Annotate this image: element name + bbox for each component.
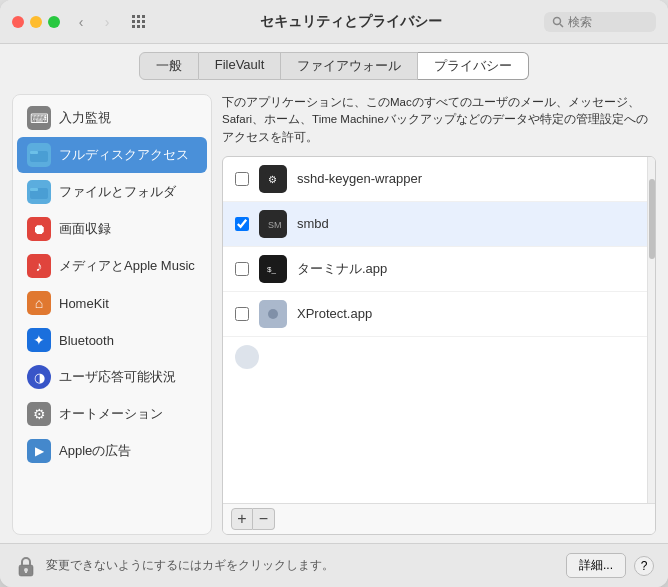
app-checkbox-xprotect[interactable]	[235, 307, 249, 321]
table-row: ⚙ sshd-keygen-wrapper	[223, 157, 647, 202]
svg-text:$_: $_	[267, 265, 276, 274]
svg-rect-7	[137, 25, 140, 28]
app-checkbox-terminal[interactable]	[235, 262, 249, 276]
homekit-icon: ⌂	[27, 291, 51, 315]
app-grid-icon[interactable]	[128, 11, 150, 33]
sidebar-item-user-availability[interactable]: ◑ ユーザ応答可能状況	[17, 359, 207, 395]
table-row: XProtect.app	[223, 292, 647, 337]
svg-point-9	[554, 17, 561, 24]
svg-rect-6	[132, 25, 135, 28]
svg-text:⚙: ⚙	[268, 174, 277, 185]
scrollbar-track[interactable]	[647, 157, 655, 503]
sidebar: ⌨ 入力監視 フルディスクアクセス	[12, 94, 212, 535]
bottom-bar: 変更できないようにするにはカギをクリックします。 詳細... ?	[0, 543, 668, 587]
svg-point-22	[268, 309, 278, 319]
ads-icon: ▶	[27, 439, 51, 463]
lock-icon[interactable]	[14, 554, 38, 578]
automation-icon: ⚙	[27, 402, 51, 426]
sidebar-item-label: Bluetooth	[59, 333, 114, 348]
sidebar-item-input-monitoring[interactable]: ⌨ 入力監視	[17, 100, 207, 136]
main-content: ⌨ 入力監視 フルディスクアクセス	[0, 86, 668, 543]
titlebar: ‹ › セキュリティとプライバシー	[0, 0, 668, 44]
forward-button[interactable]: ›	[96, 11, 118, 33]
availability-icon: ◑	[27, 365, 51, 389]
svg-rect-3	[132, 20, 135, 23]
add-app-button[interactable]: +	[231, 508, 253, 530]
app-icon-terminal: $_	[259, 255, 287, 283]
sidebar-item-label: HomeKit	[59, 296, 109, 311]
search-box[interactable]	[544, 12, 656, 32]
tab-general[interactable]: 一般	[139, 52, 199, 80]
svg-text:SMB: SMB	[268, 220, 281, 230]
description-text: 下のアプリケーションに、このMacのすべてのユーザのメール、メッセージ、Safa…	[222, 94, 656, 146]
svg-rect-0	[132, 15, 135, 18]
remove-app-button[interactable]: −	[253, 508, 275, 530]
sidebar-item-apple-ads[interactable]: ▶ Appleの広告	[17, 433, 207, 469]
app-name-xprotect: XProtect.app	[297, 306, 372, 321]
files-icon	[27, 180, 51, 204]
sidebar-item-label: フルディスクアクセス	[59, 146, 189, 164]
tabs-bar: 一般 FileVault ファイアウォール プライバシー	[0, 44, 668, 86]
right-panel: 下のアプリケーションに、このMacのすべてのユーザのメール、メッセージ、Safa…	[222, 94, 656, 535]
app-icon-xprotect	[259, 300, 287, 328]
app-icon-sshd: ⚙	[259, 165, 287, 193]
nav-buttons: ‹ ›	[70, 11, 118, 33]
tab-firewall[interactable]: ファイアウォール	[281, 52, 418, 80]
sidebar-item-files-folders[interactable]: ファイルとフォルダ	[17, 174, 207, 210]
fullscreen-button[interactable]	[48, 16, 60, 28]
partial-row	[223, 337, 647, 377]
tab-filevault[interactable]: FileVault	[199, 52, 282, 80]
svg-line-10	[560, 24, 563, 27]
folder-icon	[27, 143, 51, 167]
svg-rect-25	[25, 570, 27, 573]
sidebar-item-label: メディアとApple Music	[59, 257, 195, 275]
sidebar-item-screen-recording[interactable]: ⏺ 画面収録	[17, 211, 207, 247]
table-row: SMB smbd	[223, 202, 647, 247]
sidebar-item-media-music[interactable]: ♪ メディアとApple Music	[17, 248, 207, 284]
detail-button[interactable]: 詳細...	[566, 553, 626, 578]
app-name-smbd: smbd	[297, 216, 329, 231]
app-name-sshd: sshd-keygen-wrapper	[297, 171, 422, 186]
traffic-lights	[12, 16, 60, 28]
app-checkbox-smbd[interactable]	[235, 217, 249, 231]
window-title: セキュリティとプライバシー	[158, 13, 544, 31]
svg-rect-12	[30, 151, 38, 154]
svg-rect-8	[142, 25, 145, 28]
app-checkbox-sshd[interactable]	[235, 172, 249, 186]
lock-description: 変更できないようにするにはカギをクリックします。	[46, 557, 558, 574]
minimize-button[interactable]	[30, 16, 42, 28]
search-icon	[552, 16, 564, 28]
app-icon-smbd: SMB	[259, 210, 287, 238]
svg-rect-1	[137, 15, 140, 18]
svg-rect-4	[137, 20, 140, 23]
table-row: $_ ターミナル.app	[223, 247, 647, 292]
sidebar-item-label: オートメーション	[59, 405, 163, 423]
svg-rect-2	[142, 15, 145, 18]
close-button[interactable]	[12, 16, 24, 28]
sidebar-item-full-disk[interactable]: フルディスクアクセス	[17, 137, 207, 173]
help-button[interactable]: ?	[634, 556, 654, 576]
sidebar-item-homekit[interactable]: ⌂ HomeKit	[17, 285, 207, 321]
tab-privacy[interactable]: プライバシー	[418, 52, 529, 80]
search-input[interactable]	[568, 15, 648, 29]
svg-rect-5	[142, 20, 145, 23]
music-icon: ♪	[27, 254, 51, 278]
back-button[interactable]: ‹	[70, 11, 92, 33]
sidebar-item-label: ユーザ応答可能状況	[59, 368, 176, 386]
app-name-terminal: ターミナル.app	[297, 260, 387, 278]
app-list: ⚙ sshd-keygen-wrapper SMB	[223, 157, 647, 503]
main-window: ‹ › セキュリティとプライバシー	[0, 0, 668, 587]
screen-icon: ⏺	[27, 217, 51, 241]
sidebar-item-label: 入力監視	[59, 109, 111, 127]
sidebar-item-label: Appleの広告	[59, 442, 131, 460]
bluetooth-icon: ✦	[27, 328, 51, 352]
sidebar-item-label: ファイルとフォルダ	[59, 183, 176, 201]
sidebar-item-bluetooth[interactable]: ✦ Bluetooth	[17, 322, 207, 358]
sidebar-item-automation[interactable]: ⚙ オートメーション	[17, 396, 207, 432]
app-list-container: ⚙ sshd-keygen-wrapper SMB	[222, 156, 656, 535]
keyboard-icon: ⌨	[27, 106, 51, 130]
svg-rect-14	[30, 188, 38, 191]
scrollbar-thumb[interactable]	[649, 179, 655, 259]
sidebar-item-label: 画面収録	[59, 220, 111, 238]
list-controls: + −	[223, 503, 655, 534]
